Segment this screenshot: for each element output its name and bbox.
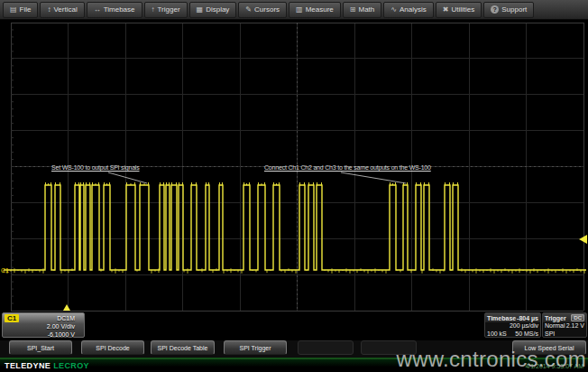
waveform-area: C1 Set WS-100 to output SPI signals Conn… bbox=[0, 20, 588, 312]
menu-timebase[interactable]: ↔Timebase bbox=[87, 2, 142, 18]
oscilloscope-screen: ▤File↕Vertical↔Timebase↑Trigger▦Display✎… bbox=[0, 0, 588, 372]
menu-bar: ▤File↕Vertical↔Timebase↑Trigger▦Display✎… bbox=[0, 0, 588, 20]
channel-descriptor-c1[interactable]: C1 DC1M 2.00 V/div -6.1000 V bbox=[2, 312, 85, 338]
math-icon: ⊞ bbox=[350, 6, 356, 14]
watermark: www.cntronics.com bbox=[397, 347, 586, 372]
menu-utilities-label: Utilities bbox=[451, 5, 474, 14]
timebase-samples: 100 kS bbox=[487, 330, 507, 339]
trigger-label: Trigger bbox=[545, 315, 566, 321]
menu-measure[interactable]: ▥Measure bbox=[289, 2, 341, 18]
brand-lecroy: LECROY bbox=[53, 361, 89, 370]
spi-decode-button[interactable]: SPI Decode bbox=[81, 340, 144, 355]
c1-scale: 2.00 V/div bbox=[3, 322, 84, 330]
utilities-icon: ✖ bbox=[443, 6, 449, 14]
c1-trace-label: C1 bbox=[1, 267, 9, 274]
timebase-icon: ↔ bbox=[94, 6, 101, 14]
descriptor-row: C1 DC1M 2.00 V/div -6.1000 V Timebase -8… bbox=[0, 312, 588, 339]
support-icon: ? bbox=[491, 5, 499, 14]
c1-offset: -6.1000 V bbox=[3, 330, 84, 339]
menu-analysis-label: Analysis bbox=[400, 5, 427, 14]
annotation-connect-channels: Connect Ch1 Ch2 and Ch3 to the same outp… bbox=[264, 164, 431, 171]
analysis-icon: ∿ bbox=[390, 6, 397, 14]
c1-waveform bbox=[4, 185, 586, 270]
cursors-icon: ✎ bbox=[245, 6, 252, 14]
menu-file[interactable]: ▤File bbox=[3, 2, 38, 18]
timebase-rate: 50 MS/s bbox=[515, 330, 538, 339]
menu-math-label: Math bbox=[358, 5, 374, 14]
file-icon: ▤ bbox=[10, 6, 17, 14]
c1-coupling: DC1M bbox=[57, 315, 75, 321]
menu-display-label: Display bbox=[206, 5, 229, 14]
menu-cursors-label: Cursors bbox=[254, 5, 280, 14]
menu-support[interactable]: ?Support bbox=[483, 2, 534, 18]
timebase-label: Timebase bbox=[487, 315, 516, 321]
vertical-icon: ↕ bbox=[47, 6, 51, 14]
menu-cursors[interactable]: ✎Cursors bbox=[238, 2, 287, 18]
annotation-set-ws100: Set WS-100 to output SPI signals bbox=[51, 164, 140, 171]
brand-logo: TELEDYNE LECROY bbox=[5, 361, 89, 370]
empty-button-slot bbox=[298, 340, 354, 355]
trigger-coupling-chip: DC bbox=[571, 314, 584, 321]
c1-badge: C1 bbox=[5, 314, 19, 322]
timebase-per-div: 200 µs/div bbox=[510, 322, 538, 330]
trigger-level: 2.12 V bbox=[566, 322, 584, 330]
timebase-descriptor[interactable]: Timebase -804 µs 200 µs/div 100 kS 50 MS… bbox=[484, 312, 541, 338]
trigger-mode: Normal bbox=[545, 322, 565, 330]
menu-analysis[interactable]: ∿Analysis bbox=[383, 2, 434, 18]
spi-start-button[interactable]: SPI_Start bbox=[9, 340, 72, 355]
menu-measure-label: Measure bbox=[306, 5, 334, 14]
spi-decode-table-button[interactable]: SPI Decode Table bbox=[151, 340, 215, 355]
trigger-type: SPI bbox=[545, 330, 555, 339]
menu-support-label: Support bbox=[501, 5, 527, 14]
menu-display[interactable]: ▦Display bbox=[189, 2, 237, 18]
menu-trigger[interactable]: ↑Trigger bbox=[144, 2, 188, 18]
menu-utilities[interactable]: ✖Utilities bbox=[436, 2, 482, 18]
menu-trigger-label: Trigger bbox=[158, 5, 180, 14]
measure-icon: ▥ bbox=[296, 6, 303, 14]
spi-trigger-button[interactable]: SPI Trigger bbox=[224, 340, 287, 355]
menu-timebase-label: Timebase bbox=[104, 5, 135, 14]
menu-file-label: File bbox=[20, 5, 32, 14]
timebase-delay: -804 µs bbox=[517, 315, 538, 321]
trigger-descriptor[interactable]: Trigger DC Normal 2.12 V SPI bbox=[542, 312, 587, 338]
menu-math[interactable]: ⊞Math bbox=[343, 2, 382, 18]
menu-vertical[interactable]: ↕Vertical bbox=[40, 2, 84, 18]
brand-teledyne: TELEDYNE bbox=[5, 361, 51, 370]
trigger-position-marker[interactable] bbox=[63, 304, 70, 311]
trigger-icon: ↑ bbox=[152, 6, 155, 14]
menu-vertical-label: Vertical bbox=[53, 5, 77, 14]
display-icon: ▦ bbox=[197, 6, 204, 14]
